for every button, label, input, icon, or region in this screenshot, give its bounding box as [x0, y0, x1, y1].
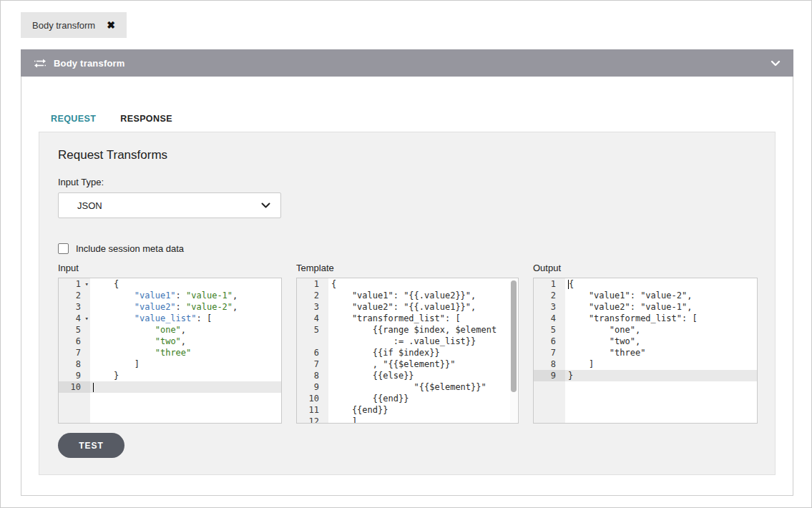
- test-button[interactable]: TEST: [58, 433, 124, 458]
- code-line: 9 }: [59, 370, 281, 381]
- code-line: 3 "value2": "value-1",: [534, 301, 757, 313]
- code-line: 2 "value1": "value-1",: [59, 290, 281, 301]
- code-text: "{{$element}}": [328, 381, 486, 393]
- line-number: 2: [59, 290, 90, 301]
- line-number: 5: [59, 324, 90, 336]
- include-session-meta-row: Include session meta data: [58, 243, 184, 254]
- line-number: 2: [297, 290, 328, 301]
- code-editor-output[interactable]: 1{2 "value1": "value-2",3 "value2": "val…: [533, 278, 758, 424]
- line-number: 9: [534, 370, 565, 381]
- code-text: "value1": "value-2",: [565, 290, 692, 301]
- code-editor-template[interactable]: 1{2 "value1": "{{.value2}}",3 "value2": …: [296, 278, 519, 424]
- line-number: 6: [297, 347, 328, 358]
- code-text: {: [328, 278, 336, 290]
- code-text: {{end}}: [328, 393, 409, 404]
- code-text: "two",: [565, 336, 640, 347]
- code-line: 1{: [534, 278, 757, 290]
- code-text: {{if $index}}: [328, 347, 440, 358]
- scrollbar-thumb[interactable]: [511, 280, 517, 392]
- vertical-scrollbar[interactable]: [510, 279, 517, 422]
- code-line: 9}: [534, 370, 757, 381]
- code-text: "value2": "value-2",: [90, 301, 238, 313]
- editor-label: Input: [58, 263, 282, 273]
- code-line: 8 {{else}}: [297, 370, 518, 381]
- body-transform-tab-chip[interactable]: Body transform ✖: [21, 12, 127, 38]
- code-line: 8 ]: [59, 358, 281, 370]
- code-text: "value2": "{{.value1}}",: [328, 301, 476, 313]
- chevron-down-icon[interactable]: [771, 60, 781, 67]
- line-number: 1▾: [59, 278, 90, 290]
- editor-label: Output: [533, 263, 758, 273]
- code-text: }: [90, 370, 119, 381]
- code-line: 7 "three": [534, 347, 757, 358]
- code-editor-input[interactable]: 1▾ {2 "value1": "value-1",3 "value2": "v…: [58, 278, 282, 424]
- chevron-down-icon: [261, 202, 270, 209]
- tab-chip-label: Body transform: [32, 20, 95, 31]
- code-line: 5 {{range $index, $element: [297, 324, 518, 336]
- code-line: := .value_list}}: [297, 336, 518, 347]
- code-text: {{range $index, $element: [328, 324, 497, 336]
- line-number: 1: [297, 278, 328, 290]
- code-line: 5 "one",: [59, 324, 281, 336]
- line-number: 6: [59, 336, 90, 347]
- code-text: "transformed_list": [: [565, 313, 698, 324]
- code-line: 10 {{end}}: [297, 393, 518, 404]
- code-line: 5 "one",: [534, 324, 757, 336]
- code-line: 2 "value1": "{{.value2}}",: [297, 290, 518, 301]
- line-number: 1: [534, 278, 565, 290]
- code-text: "value2": "value-1",: [565, 301, 692, 313]
- code-line: 3 "value2": "{{.value1}}",: [297, 301, 518, 313]
- request-transforms-heading: Request Transforms: [58, 148, 167, 162]
- line-number: 4▾: [59, 313, 90, 324]
- text-cursor: [93, 383, 94, 392]
- code-text: ]: [328, 416, 357, 424]
- code-text: , "{{$element}}": [328, 358, 455, 370]
- code-text: "value1": "{{.value2}}",: [328, 290, 476, 301]
- include-session-meta-checkbox[interactable]: [58, 243, 69, 254]
- code-line: 3 "value2": "value-2",: [59, 301, 281, 313]
- code-line: 8 ]: [534, 358, 757, 370]
- code-text: ]: [90, 358, 140, 370]
- line-number: 5: [297, 324, 328, 336]
- code-line: 4 "transformed_list": [: [297, 313, 518, 324]
- line-number: 7: [534, 347, 565, 358]
- code-text: [90, 381, 94, 393]
- code-line: 7 "three": [59, 347, 281, 358]
- editors-row: Input1▾ {2 "value1": "value-1",3 "value2…: [58, 263, 758, 424]
- code-text: {: [565, 278, 574, 290]
- line-number: 11: [297, 404, 328, 416]
- line-number: 8: [534, 358, 565, 370]
- request-transforms-panel: Request Transforms Input Type: JSON Incl…: [39, 132, 776, 475]
- line-number: 9: [59, 370, 90, 381]
- input-type-select[interactable]: JSON: [58, 192, 281, 218]
- line-number: 12: [297, 416, 328, 424]
- code-text: ]: [565, 358, 594, 370]
- accordion-header[interactable]: Body transform: [21, 49, 793, 77]
- code-line: 1{: [297, 278, 518, 290]
- line-number: 8: [297, 370, 328, 381]
- line-number: [297, 336, 328, 347]
- code-text: "transformed_list": [: [328, 313, 461, 324]
- page: { "chip": { "label": "Body transform", "…: [0, 0, 812, 508]
- fold-arrow-icon[interactable]: ▾: [85, 278, 89, 290]
- line-number: 3: [59, 301, 90, 313]
- line-number: 7: [297, 358, 328, 370]
- editor-column-input: Input1▾ {2 "value1": "value-1",3 "value2…: [58, 263, 282, 424]
- line-number: 10: [59, 381, 90, 393]
- checkbox-label: Include session meta data: [76, 243, 184, 254]
- swap-arrows-icon: [34, 59, 47, 68]
- code-line: 11 {{end}}: [297, 404, 518, 416]
- line-number: 3: [297, 301, 328, 313]
- line-number: 9: [297, 381, 328, 393]
- code-text: }: [565, 370, 573, 381]
- line-number: 4: [534, 313, 565, 324]
- fold-arrow-icon[interactable]: ▾: [85, 313, 89, 324]
- line-number: 8: [59, 358, 90, 370]
- code-line: 7 , "{{$element}}": [297, 358, 518, 370]
- code-text: "value_list": [: [90, 313, 212, 324]
- code-line: 4 "transformed_list": [: [534, 313, 757, 324]
- code-text: "one",: [565, 324, 640, 336]
- code-text: := .value_list}}: [328, 336, 476, 347]
- editor-label: Template: [296, 263, 519, 273]
- close-icon[interactable]: ✖: [107, 20, 115, 30]
